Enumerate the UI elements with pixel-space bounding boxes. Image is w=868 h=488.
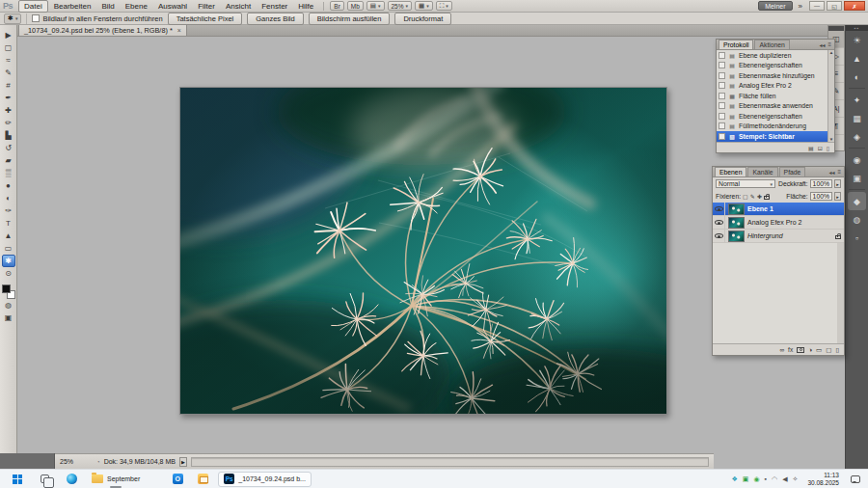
history-source-checkbox[interactable] <box>719 122 725 129</box>
brush-panel-icon[interactable]: ✦ <box>846 91 868 109</box>
eyedropper-tool[interactable]: ✒ <box>2 92 15 104</box>
tab-aktionen[interactable]: Aktionen <box>754 40 789 49</box>
styles-panel-icon[interactable]: ◈ <box>846 127 868 146</box>
status-zoom-field[interactable]: 25% <box>60 458 93 465</box>
menu-datei[interactable]: Datei <box>18 0 48 13</box>
network-icon[interactable]: ◠ <box>772 475 777 482</box>
zoom-level-dropdown[interactable]: 25%▾ <box>388 1 413 11</box>
outlook-classic-button[interactable] <box>193 471 212 488</box>
history-source-checkbox[interactable] <box>719 102 725 109</box>
new-snapshot-button[interactable]: ⊡ <box>818 145 823 151</box>
materials-panel-icon[interactable]: ◍ <box>846 210 868 229</box>
mini-bridge-button[interactable]: Mb <box>347 1 364 11</box>
close-tab-icon[interactable]: × <box>177 27 181 34</box>
mesh-panel-icon[interactable]: ▫ <box>846 229 868 247</box>
lock-paint-icon[interactable]: ✎ <box>750 193 755 200</box>
file-explorer-button[interactable]: September <box>89 471 143 488</box>
foreground-color-swatch[interactable] <box>2 285 11 293</box>
new-document-from-state-button[interactable]: ▤ <box>808 145 814 151</box>
adjustments-panel-icon[interactable]: ◉ <box>846 150 868 169</box>
healing-brush-tool[interactable]: ✚ <box>2 104 15 117</box>
eraser-tool[interactable]: ▰ <box>2 154 15 167</box>
start-button[interactable] <box>8 471 27 488</box>
close-button[interactable]: ✗ <box>844 1 865 11</box>
lock-position-icon[interactable]: ✚ <box>757 193 762 200</box>
delete-state-button[interactable]: ▯ <box>827 145 829 151</box>
scroll-down-icon[interactable]: ▼ <box>829 137 833 142</box>
screen-mode-button[interactable]: ⛶▾ <box>436 1 452 11</box>
visibility-toggle[interactable] <box>713 203 725 216</box>
blur-tool[interactable]: ● <box>2 179 15 192</box>
tab-ebenen[interactable]: Ebenen <box>715 167 746 176</box>
view-extras-button[interactable]: ▦▾ <box>415 1 433 11</box>
bridge-button[interactable]: Br <box>330 1 344 11</box>
notification-center-icon[interactable] <box>851 475 860 483</box>
visibility-toggle[interactable] <box>713 230 725 243</box>
fill-value[interactable]: 100% <box>810 192 832 201</box>
fill-screen-button[interactable]: Bildschirm ausfüllen <box>309 13 391 25</box>
marquee-tool[interactable]: ▢ <box>2 41 15 54</box>
menu-ansicht[interactable]: Ansicht <box>221 1 256 12</box>
tray-icon[interactable]: ✧ <box>793 475 799 482</box>
volume-icon[interactable]: ◀ <box>782 475 787 482</box>
menu-bearbeiten[interactable]: Bearbeiten <box>49 1 96 12</box>
layer-row-background[interactable]: Hintergrund <box>713 230 844 243</box>
open-photo[interactable] <box>179 87 667 415</box>
lasso-tool[interactable]: ≈ <box>2 54 15 67</box>
workspace-button[interactable]: Meiner <box>758 1 792 11</box>
layer-row-selected[interactable]: Ebene 1 <box>713 203 844 216</box>
history-state[interactable]: ▤Ebene duplizieren <box>717 50 834 61</box>
move-tool[interactable]: ▶ <box>2 29 15 41</box>
history-state[interactable]: ▤Ebenenmaske hinzufügen <box>717 70 834 81</box>
crop-tool[interactable]: # <box>2 79 15 92</box>
status-options-button[interactable]: ▶ <box>179 457 187 467</box>
blend-mode-select[interactable]: Normal▾ <box>716 179 775 188</box>
tab-pfade[interactable]: Pfade <box>779 167 806 176</box>
zoom-tool[interactable]: ⊙ <box>2 267 15 280</box>
fill-slider-button[interactable]: ▸ <box>834 192 841 201</box>
patterns-panel-icon[interactable]: ▦ <box>846 109 868 127</box>
brush-tool[interactable]: ✏ <box>2 117 15 129</box>
opacity-slider-button[interactable]: ▸ <box>834 179 841 188</box>
print-size-button[interactable]: Druckformat <box>394 13 451 25</box>
taskbar-clock[interactable]: 11:13 30.08.2025 <box>807 472 839 487</box>
current-tool-chip[interactable]: ✱▾ <box>4 14 21 24</box>
tray-icon[interactable]: ▣ <box>743 475 749 482</box>
scroll-up-icon[interactable]: ▲ <box>829 50 833 55</box>
clone-stamp-tool[interactable]: ▙ <box>2 129 15 142</box>
history-state[interactable]: ▦Fläche füllen <box>717 91 834 101</box>
3d-panel-icon[interactable]: ◆ <box>848 192 866 210</box>
history-state[interactable]: ▤Ebeneneigenschaften <box>717 111 834 122</box>
new-group-button[interactable]: ▭ <box>816 346 822 354</box>
arrange-documents-button[interactable]: ▤▾ <box>366 1 385 11</box>
menu-hilfe[interactable]: Hilfe <box>293 1 318 12</box>
dodge-tool[interactable]: ◐ <box>2 192 15 204</box>
menu-filter[interactable]: Filter <box>193 1 220 12</box>
lock-all-icon[interactable] <box>764 196 770 200</box>
collapse-panel-icon[interactable]: ◂◂ <box>819 41 825 48</box>
history-state[interactable]: ▤Ebenenmaske anwenden <box>717 101 834 112</box>
opacity-value[interactable]: 100% <box>810 179 832 188</box>
history-scrollbar[interactable]: ▲▼ <box>827 50 834 142</box>
menu-ebene[interactable]: Ebene <box>121 1 152 12</box>
quick-mask-button[interactable]: ◍ <box>2 299 15 312</box>
panel-menu-icon[interactable]: ≡ <box>827 41 831 48</box>
panel-menu-icon[interactable]: ≡ <box>837 169 841 176</box>
layer-thumbnail[interactable] <box>728 217 745 229</box>
shape-tool[interactable]: ▭ <box>2 242 15 255</box>
new-layer-button[interactable]: ▢ <box>826 346 831 354</box>
restore-button[interactable]: ◱ <box>827 1 842 11</box>
history-source-checkbox[interactable] <box>719 93 725 99</box>
layer-thumbnail[interactable] <box>728 230 745 242</box>
history-state[interactable]: ▤Ebeneneigenschaften <box>717 61 834 71</box>
history-source-checkbox[interactable] <box>719 133 725 140</box>
type-tool[interactable]: T <box>2 217 15 230</box>
history-state-selected[interactable]: ▧Stempel: Sichtbar <box>717 131 834 142</box>
history-source-checkbox[interactable] <box>719 113 725 120</box>
layer-name[interactable]: Hintergrund <box>747 232 783 239</box>
masks-panel-icon[interactable]: ▣ <box>846 169 868 187</box>
add-layer-mask-button[interactable] <box>797 347 804 353</box>
history-source-checkbox[interactable] <box>719 52 725 59</box>
history-source-checkbox[interactable] <box>719 62 725 68</box>
visibility-toggle[interactable] <box>713 216 725 230</box>
